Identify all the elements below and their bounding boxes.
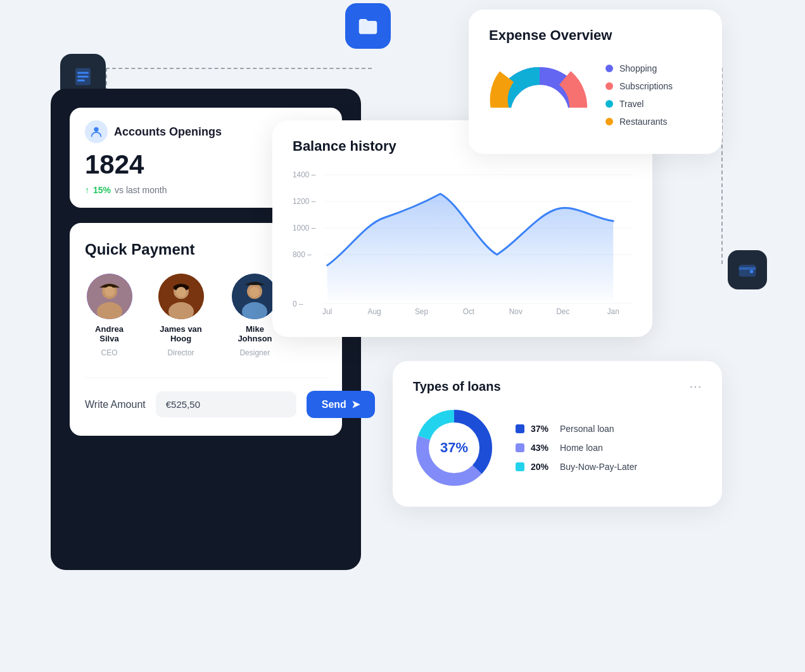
loans-center-pct: 37% — [440, 440, 468, 456]
growth-arrow-up: ↑ — [85, 185, 89, 195]
loans-content: 37% 37% Personal loan 43% Home loan 20% … — [413, 407, 702, 489]
balance-chart: 1400 – 1200 – 1000 – 800 – 0 – — [293, 167, 632, 319]
contact-name-james: James van Hoog — [149, 324, 213, 343]
wallet-floating-icon — [728, 250, 767, 289]
loan-dot-bnpl — [516, 462, 524, 471]
svg-point-11 — [105, 286, 115, 296]
loan-dot-personal — [516, 424, 524, 433]
loan-item-home: 43% Home loan — [516, 443, 637, 453]
loan-pct-personal: 37% — [531, 424, 554, 434]
contact-role-mike: Designer — [239, 348, 270, 357]
accounts-title: Accounts Openings — [114, 125, 222, 139]
payment-row: Write Amount Send ➤ — [85, 391, 327, 418]
contact-item-james[interactable]: James van Hoog Director — [149, 274, 213, 357]
growth-label: vs last month — [115, 185, 167, 195]
loan-pct-bnpl: 20% — [531, 462, 554, 472]
loan-item-personal: 37% Personal loan — [516, 424, 637, 434]
legend-item-travel: Travel — [605, 99, 673, 109]
contact-item-andrea[interactable]: Andrea Silva CEO — [85, 274, 134, 357]
legend-label-travel: Travel — [619, 99, 643, 109]
dashed-line-horizontal-1 — [106, 68, 372, 69]
expense-overview-card: Expense Overview Shopping — [469, 10, 722, 154]
legend-dot-shopping — [605, 65, 613, 72]
accounts-avatar-icon — [85, 120, 108, 143]
svg-text:800 –: 800 – — [293, 250, 312, 259]
loans-legend: 37% Personal loan 43% Home loan 20% Buy-… — [516, 424, 637, 472]
legend-dot-restaurants — [605, 118, 613, 125]
svg-text:0 –: 0 – — [293, 300, 303, 308]
contact-name-andrea: Andrea Silva — [85, 324, 134, 343]
svg-rect-5 — [739, 267, 756, 270]
legend-label-shopping: Shopping — [619, 63, 657, 73]
legend-item-restaurants: Restaurants — [605, 117, 673, 127]
svg-rect-4 — [739, 265, 756, 277]
expense-title: Expense Overview — [489, 27, 702, 44]
loan-label-bnpl: Buy-Now-Pay-Later — [560, 462, 637, 472]
send-label: Send — [322, 399, 346, 410]
svg-point-7 — [94, 127, 98, 132]
folder-floating-icon — [345, 3, 391, 49]
legend-item-shopping: Shopping — [605, 63, 673, 73]
loan-label-personal: Personal loan — [560, 424, 614, 434]
write-amount-label: Write Amount — [85, 399, 146, 410]
loans-title: Types of loans — [413, 379, 501, 394]
loan-item-bnpl: 20% Buy-Now-Pay-Later — [516, 462, 637, 472]
svg-point-15 — [176, 287, 186, 297]
svg-point-19 — [250, 287, 260, 297]
svg-text:Aug: Aug — [367, 307, 381, 316]
legend-label-restaurants: Restaurants — [619, 117, 667, 127]
svg-text:Jul: Jul — [322, 307, 332, 316]
expense-content: Shopping Subscriptions Travel Restaurant… — [489, 54, 702, 136]
legend-label-subscriptions: Subscriptions — [619, 81, 673, 91]
svg-text:Jan: Jan — [607, 307, 619, 316]
contact-role-james: Director — [168, 348, 194, 357]
loans-menu-dots[interactable]: ⋯ — [689, 379, 702, 394]
svg-text:1000 –: 1000 – — [293, 224, 316, 232]
loans-header: Types of loans ⋯ — [413, 379, 702, 394]
send-button[interactable]: Send ➤ — [307, 391, 375, 418]
expense-legend: Shopping Subscriptions Travel Restaurant… — [605, 63, 673, 127]
svg-text:Oct: Oct — [463, 307, 475, 316]
svg-text:1200 –: 1200 – — [293, 197, 316, 206]
legend-dot-subscriptions — [605, 82, 613, 90]
loan-pct-home: 43% — [531, 443, 554, 453]
svg-text:Dec: Dec — [556, 307, 569, 316]
svg-text:1400 –: 1400 – — [293, 170, 316, 179]
avatar-mike — [232, 274, 277, 319]
svg-text:Nov: Nov — [509, 307, 523, 316]
svg-text:Sep: Sep — [415, 307, 429, 316]
contact-role-andrea: CEO — [101, 348, 118, 357]
legend-dot-travel — [605, 100, 613, 108]
payment-divider — [85, 377, 327, 378]
loan-dot-home — [516, 443, 524, 452]
send-arrow-icon: ➤ — [352, 398, 360, 410]
types-of-loans-card: Types of loans ⋯ 37% 37% Personal loan — [393, 361, 722, 507]
growth-pct: 15% — [93, 185, 111, 195]
loans-donut: 37% — [413, 407, 495, 489]
expense-donut-chart — [489, 54, 590, 136]
avatar-james — [158, 274, 204, 319]
avatar-andrea — [87, 274, 132, 319]
amount-input[interactable] — [156, 391, 296, 417]
svg-point-6 — [750, 270, 753, 273]
svg-point-38 — [517, 92, 562, 136]
loan-label-home: Home loan — [560, 443, 603, 453]
legend-item-subscriptions: Subscriptions — [605, 81, 673, 91]
